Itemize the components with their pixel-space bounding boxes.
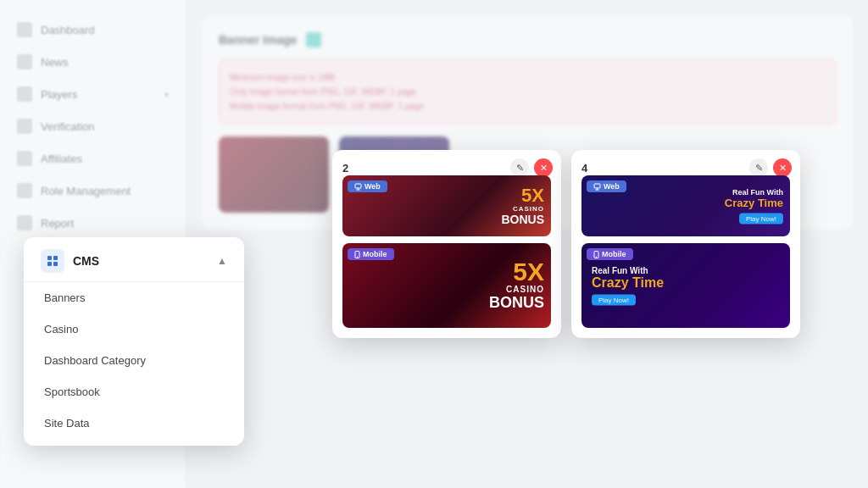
card-2-web-banner: Web 5X CASINO BONUS (342, 175, 551, 236)
crazy-time-mobile-text: Real Fun With Crazy Time Play Now! (592, 266, 664, 306)
cms-dropdown: CMS ▲ Banners Casino Dashboard Category … (24, 237, 244, 446)
cms-header[interactable]: CMS ▲ (24, 237, 244, 282)
grid-icon (17, 22, 32, 37)
card-2-actions: ✎ ✕ (510, 158, 553, 177)
web-label-4: Web (604, 182, 620, 191)
chevron-down-icon: ▾ (164, 90, 169, 99)
crazy-time-web-text: Real Fun With Crazy Time Play Now! (725, 188, 783, 225)
svg-point-8 (357, 256, 358, 257)
svg-rect-3 (53, 262, 58, 266)
report-icon (17, 215, 32, 230)
card-2-close-button[interactable]: ✕ (534, 158, 553, 177)
sidebar-item-verification[interactable]: Verification (0, 110, 186, 142)
players-icon (17, 86, 32, 102)
web-label-2: Web (364, 182, 381, 191)
svg-rect-4 (355, 184, 361, 188)
svg-rect-1 (53, 256, 58, 260)
casino-bonus-mobile-text: 5X CASINO BONUS (489, 259, 544, 312)
sidebar-item-dashboard[interactable]: Dashboard (0, 14, 186, 46)
mobile-badge-2: Mobile (348, 248, 394, 260)
svg-rect-2 (47, 262, 52, 266)
sidebar-item-affiliates[interactable]: Affiliates (0, 142, 186, 175)
card-2-number: 2 (342, 162, 348, 175)
casino-bonus-web-text: 5X CASINO BONUS (501, 186, 544, 226)
card-4-number: 4 (581, 162, 587, 175)
sidebar-item-players[interactable]: Players ▾ (0, 78, 186, 110)
card-4-edit-button[interactable]: ✎ (749, 158, 768, 177)
cms-icon (41, 249, 64, 273)
verify-icon (17, 119, 32, 134)
card-2-mobile-banner: Mobile 5X CASINO BONUS (342, 243, 551, 328)
chevron-up-icon: ▲ (217, 255, 227, 267)
card-4-web-banner: Web Real Fun With Crazy Time Play Now! (581, 175, 790, 236)
banner-popup-area: 2 ✎ ✕ Web 5X CASINO BONUS Mobile 5X (332, 150, 800, 338)
cms-menu-casino[interactable]: Casino (24, 313, 244, 345)
sidebar-item-role-management[interactable]: Role Management (0, 175, 186, 207)
news-icon (17, 54, 32, 69)
cms-menu-sportsbook[interactable]: Sportsbook (24, 376, 244, 408)
web-badge-4: Web (587, 180, 626, 192)
teal-indicator (306, 32, 321, 47)
card-4-close-button[interactable]: ✕ (773, 158, 792, 177)
web-badge-2: Web (348, 180, 387, 192)
banner-card-4: 4 ✎ ✕ Web Real Fun With Crazy Time Play … (571, 150, 800, 338)
sidebar-item-news[interactable]: News (0, 46, 186, 78)
banner-title-blurred: Banner Image (219, 33, 298, 47)
play-now-web[interactable]: Play Now! (739, 214, 783, 225)
mobile-label-4: Mobile (602, 250, 626, 258)
cms-label: CMS (73, 254, 209, 268)
affiliates-icon (17, 151, 32, 166)
cms-menu-site-data[interactable]: Site Data (24, 408, 244, 439)
svg-point-13 (596, 256, 597, 257)
svg-rect-0 (47, 256, 52, 260)
role-icon (17, 183, 32, 198)
card-4-actions: ✎ ✕ (749, 158, 792, 177)
mobile-label-2: Mobile (363, 250, 387, 258)
sidebar-item-report[interactable]: Report (0, 207, 186, 239)
play-now-mobile[interactable]: Play Now! (592, 295, 636, 306)
card-2-edit-button[interactable]: ✎ (510, 158, 529, 177)
mobile-badge-4: Mobile (587, 248, 633, 260)
card-4-mobile-banner: Mobile Real Fun With Crazy Time Play Now… (581, 243, 790, 328)
cms-menu-dashboard-category[interactable]: Dashboard Category (24, 345, 244, 376)
banner-card-2: 2 ✎ ✕ Web 5X CASINO BONUS Mobile 5X (332, 150, 561, 338)
cms-menu-banners[interactable]: Banners (24, 282, 244, 313)
svg-rect-9 (594, 184, 600, 188)
